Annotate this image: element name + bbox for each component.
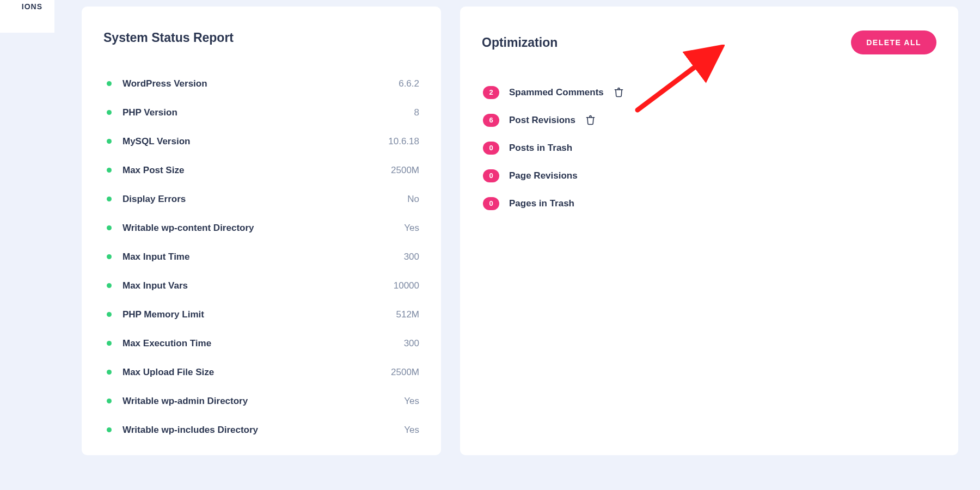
status-ok-dot-icon — [107, 341, 112, 346]
status-label: Writable wp-admin Directory — [122, 396, 404, 407]
status-ok-dot-icon — [107, 370, 112, 375]
status-ok-dot-icon — [107, 399, 112, 403]
status-row: Max Upload File Size2500M — [103, 358, 419, 387]
status-value: 2500M — [391, 165, 419, 176]
status-label: Max Input Time — [122, 252, 404, 262]
status-ok-dot-icon — [107, 197, 112, 201]
status-ok-dot-icon — [107, 139, 112, 144]
status-row: PHP Memory Limit512M — [103, 300, 419, 329]
optimization-label: Page Revisions — [509, 170, 578, 181]
system-status-card: System Status Report WordPress Version6.… — [82, 7, 441, 455]
count-badge: 0 — [483, 142, 499, 155]
sidebar-fragment: IONS — [0, 0, 54, 33]
status-row: Writable wp-content DirectoryYes — [103, 213, 419, 242]
optimization-title: Optimization — [482, 35, 558, 50]
optimization-row: 2Spammed Comments — [482, 78, 936, 106]
optimization-row: 0Page Revisions — [482, 162, 936, 189]
status-label: Max Post Size — [122, 165, 391, 176]
status-label: WordPress Version — [122, 78, 399, 89]
count-badge: 0 — [483, 197, 499, 210]
count-badge: 0 — [483, 169, 499, 182]
status-label: Max Input Vars — [122, 280, 394, 291]
system-status-title: System Status Report — [103, 30, 419, 45]
status-row: WordPress Version6.6.2 — [103, 69, 419, 98]
status-value: 6.6.2 — [399, 78, 419, 89]
status-row: Writable wp-admin DirectoryYes — [103, 387, 419, 415]
optimization-row: 0Posts in Trash — [482, 134, 936, 162]
status-value: No — [407, 194, 419, 205]
status-row: MySQL Version10.6.18 — [103, 127, 419, 156]
status-ok-dot-icon — [107, 427, 112, 432]
status-ok-dot-icon — [107, 168, 112, 173]
status-value: 300 — [404, 252, 419, 262]
status-ok-dot-icon — [107, 81, 112, 86]
status-value: Yes — [404, 223, 419, 234]
status-ok-dot-icon — [107, 254, 112, 259]
status-ok-dot-icon — [107, 312, 112, 317]
status-row: Max Execution Time300 — [103, 329, 419, 358]
status-ok-dot-icon — [107, 283, 112, 288]
status-label: PHP Version — [122, 107, 414, 118]
optimization-label: Post Revisions — [509, 115, 575, 126]
status-row: PHP Version8 — [103, 98, 419, 127]
status-value: 512M — [396, 309, 419, 320]
status-row: Display ErrorsNo — [103, 185, 419, 213]
status-label: MySQL Version — [122, 136, 388, 147]
status-value: Yes — [404, 425, 419, 436]
sidebar-fragment-label: IONS — [22, 2, 42, 11]
status-row: Max Post Size2500M — [103, 156, 419, 185]
trash-icon[interactable] — [614, 87, 624, 98]
delete-all-button[interactable]: DELETE ALL — [851, 30, 936, 54]
optimization-row: 6Post Revisions — [482, 106, 936, 134]
status-value: 10000 — [394, 280, 419, 291]
optimization-label: Posts in Trash — [509, 143, 572, 154]
trash-icon[interactable] — [585, 114, 596, 126]
main-content: System Status Report WordPress Version6.… — [82, 7, 958, 455]
status-row: Writable wp-includes DirectoryYes — [103, 415, 419, 444]
optimization-row: 0Pages in Trash — [482, 189, 936, 217]
count-badge: 6 — [483, 114, 499, 127]
status-label: Writable wp-includes Directory — [122, 425, 404, 436]
status-row: Max Input Vars10000 — [103, 271, 419, 300]
status-row: Max Input Time300 — [103, 242, 419, 271]
optimization-label: Pages in Trash — [509, 198, 574, 209]
status-value: 2500M — [391, 367, 419, 378]
optimization-card: Optimization DELETE ALL 2Spammed Comment… — [460, 7, 958, 455]
status-label: Display Errors — [122, 194, 407, 205]
status-value: Yes — [404, 396, 419, 407]
status-label: Max Execution Time — [122, 338, 404, 349]
optimization-label: Spammed Comments — [509, 87, 604, 98]
status-value: 300 — [404, 338, 419, 349]
status-value: 10.6.18 — [388, 136, 419, 147]
status-value: 8 — [414, 107, 419, 118]
status-label: Max Upload File Size — [122, 367, 391, 378]
status-ok-dot-icon — [107, 225, 112, 230]
status-label: Writable wp-content Directory — [122, 223, 404, 234]
count-badge: 2 — [483, 86, 499, 99]
status-ok-dot-icon — [107, 110, 112, 115]
status-label: PHP Memory Limit — [122, 309, 396, 320]
